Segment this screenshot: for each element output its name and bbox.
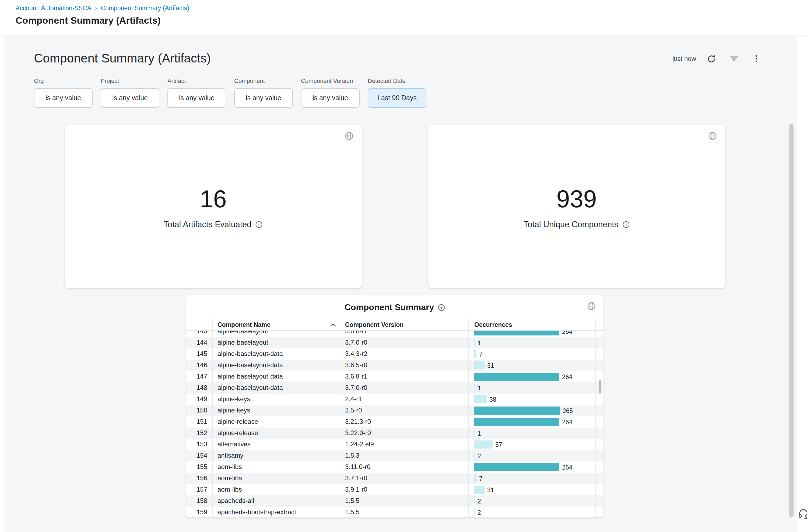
breadcrumb-account-link[interactable]: Account: Automation-SSCA [16,5,91,11]
filter-value-button[interactable]: is any value [101,88,159,108]
refresh-button[interactable] [706,53,716,64]
table-row[interactable]: 146 alpine-baselayout-data 3.6.5-r0 31 [186,360,603,371]
partially-scrolled-row: 143 alpine-baselayout 3.6.8-r1 264 [186,330,603,337]
row-index: 155 [186,461,212,473]
row-component-version: 1.5.5 [340,507,468,517]
occurrence-value: 1 [478,340,481,346]
headset-icon [797,508,807,520]
tile-value: 939 [428,185,725,213]
column-header-component-name[interactable]: Component Name [212,319,340,330]
filter-group-project: Project is any value [101,78,159,108]
filter-group-detected-date: Detected Date Last 90 Days [368,78,426,108]
occurrence-value: 264 [562,419,572,425]
row-index: 144 [186,337,212,348]
info-icon[interactable] [255,221,263,228]
more-options-button[interactable] [751,53,762,64]
table-row[interactable]: 155 aom-libs 3.11.0-r0 264 [186,461,603,473]
row-component-version: 3.7.0-r0 [340,337,468,348]
support-button[interactable] [797,508,807,520]
occurrence-value: 2 [478,453,481,459]
table-row[interactable]: 153 alternatives 1.24-2.el9 57 [186,439,603,450]
row-component-version: 3.7.1-r0 [340,473,468,484]
table-row[interactable]: 152 alpine-release 3.22.0-r0 1 [186,428,603,439]
globe-icon[interactable] [708,131,717,140]
table-row[interactable]: 158 apacheds-all 1.5.5 2 [186,495,603,507]
row-index: 150 [186,405,212,416]
row-index: 151 [186,416,212,428]
filter-group-org: Org is any value [34,78,93,108]
filter-label: Detected Date [368,78,426,84]
row-component-name: aom-libs [212,473,340,484]
occurrence-bar [474,463,559,471]
row-index: 153 [186,439,212,450]
occurrence-bar [474,373,559,381]
row-component-name: antisamy [212,450,340,461]
filter-value-button[interactable]: is any value [168,88,226,108]
filter-bar: Org is any value Project is any value Ar… [34,78,426,108]
occurrence-bar [474,350,477,358]
row-component-version: 3.21.3-r0 [340,416,468,428]
table-row[interactable]: 151 alpine-release 3.21.3-r0 264 [186,416,603,428]
row-component-version: 3.22.0-r0 [340,428,468,439]
row-component-version: 3.9.1-r0 [340,484,468,495]
row-component-name: alpine-keys [212,405,340,416]
table-row[interactable]: 150 alpine-keys 2.5-r0 265 [186,405,603,416]
column-header-occurrences[interactable]: Occurrences [468,319,595,330]
row-component-name: alpine-release [212,416,340,428]
filter-label: Project [101,78,159,84]
row-component-name: apacheds-bootstrap-extract [212,507,340,517]
occurrence-bar [474,474,477,482]
filter-label: Component Version [301,78,360,84]
row-index: 147 [186,371,212,382]
info-icon[interactable] [438,303,445,311]
app-window: Account: Automation-SSCA › Component Sum… [0,0,807,532]
breadcrumb: Account: Automation-SSCA › Component Sum… [16,5,189,11]
filter-group-component: Component is any value [234,78,293,108]
tile-total-unique-components: 939 Total Unique Components [428,125,725,288]
row-component-version: 3.6.8-r1 [340,330,468,337]
table-row[interactable]: 145 alpine-baselayout-data 3.4.3-r2 7 [186,348,603,360]
sort-asc-icon[interactable] [330,323,336,327]
filter-value-button[interactable]: is any value [301,88,360,108]
filter-value-button[interactable]: Last 90 Days [368,88,426,108]
column-header-index [186,319,212,330]
table-row[interactable]: 154 antisamy 1.5.3 2 [186,450,603,461]
occurrence-value: 2 [478,509,481,516]
page-scrollbar-thumb[interactable] [789,124,793,517]
filter-toggle-button[interactable] [728,53,739,64]
filter-value-button[interactable]: is any value [34,88,93,108]
table-header: Component Name Component Version Occurre… [186,319,603,330]
occurrence-value: 1 [478,385,481,391]
filter-label: Artifact [168,78,226,84]
row-component-version: 1.5.3 [340,450,468,461]
occurrence-bar [474,429,475,437]
table-row[interactable]: 143 alpine-baselayout 3.6.8-r1 264 [186,330,603,337]
occurrence-value: 31 [487,362,494,368]
column-header-component-version[interactable]: Component Version [340,319,468,330]
row-component-name: aom-libs [212,461,340,473]
occurrence-value: 264 [562,330,572,335]
column-header-label: Occurrences [474,321,512,328]
table-row[interactable]: 156 aom-libs 3.7.1-r0 7 [186,473,603,484]
row-component-version: 3.6.5-r0 [340,360,468,371]
filter-group-component-version: Component Version is any value [301,78,360,108]
filter-value-button[interactable]: is any value [234,88,293,108]
breadcrumb-current-link[interactable]: Component Summary (Artifacts) [101,5,190,11]
globe-icon[interactable] [345,131,354,140]
table-body: 143 alpine-baselayout 3.6.8-r1 264 144 a… [186,330,603,517]
info-icon[interactable] [622,221,630,228]
column-header-label: Component Name [217,321,270,328]
globe-icon[interactable] [587,302,596,311]
table-row[interactable]: 149 alpine-keys 2.4-r1 38 [186,394,603,405]
table-scrollbar-thumb[interactable] [599,380,601,394]
occurrence-bar [474,330,559,336]
occurrence-bar [474,508,475,516]
dashboard-controls: just now [635,52,762,65]
card-title: Component Summary [345,302,434,312]
table-row[interactable]: 144 alpine-baselayout 3.7.0-r0 1 [186,337,603,348]
table-row[interactable]: 157 aom-libs 3.9.1-r0 31 [186,484,603,495]
table-row[interactable]: 148 alpine-baselayout-data 3.7.0-r0 1 [186,382,603,394]
table-row[interactable]: 147 alpine-baselayout-data 3.6.8-r1 264 [186,371,603,382]
table-row[interactable]: 159 apacheds-bootstrap-extract 1.5.5 2 [186,507,603,517]
filter-label: Org [34,78,93,84]
